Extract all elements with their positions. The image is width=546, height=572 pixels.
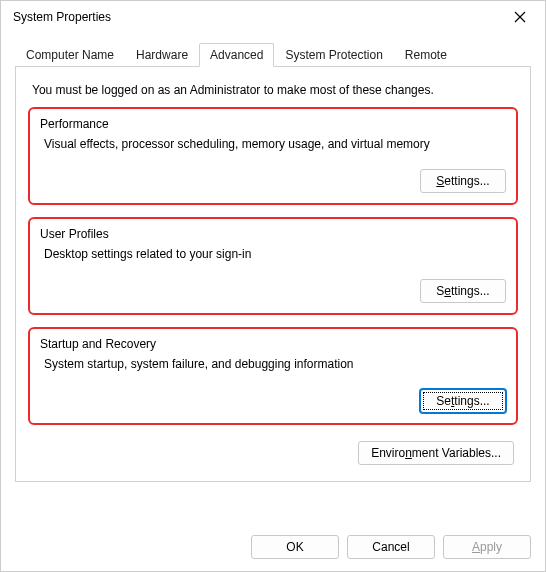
cancel-button[interactable]: Cancel [347, 535, 435, 559]
close-icon [514, 11, 526, 23]
dialog-footer: OK Cancel Apply [251, 535, 531, 559]
window-title: System Properties [13, 10, 111, 24]
tab-remote[interactable]: Remote [394, 43, 458, 66]
group-performance: Performance Visual effects, processor sc… [28, 107, 518, 205]
titlebar: System Properties [1, 1, 545, 33]
group-startup-title: Startup and Recovery [40, 337, 506, 351]
startup-settings-button[interactable]: Settings... [420, 389, 506, 413]
group-startup-recovery: Startup and Recovery System startup, sys… [28, 327, 518, 425]
tab-system-protection[interactable]: System Protection [274, 43, 393, 66]
environment-variables-row: Environment Variables... [28, 437, 518, 465]
tab-computer-name[interactable]: Computer Name [15, 43, 125, 66]
tab-strip: Computer Name Hardware Advanced System P… [15, 43, 531, 67]
dialog-content: Computer Name Hardware Advanced System P… [1, 33, 545, 482]
group-startup-actions: Settings... [40, 389, 506, 413]
group-user-profiles-actions: Settings... [40, 279, 506, 303]
environment-variables-button[interactable]: Environment Variables... [358, 441, 514, 465]
tab-hardware[interactable]: Hardware [125, 43, 199, 66]
group-user-profiles: User Profiles Desktop settings related t… [28, 217, 518, 315]
group-performance-title: Performance [40, 117, 506, 131]
group-user-profiles-desc: Desktop settings related to your sign-in [44, 247, 506, 261]
ok-button[interactable]: OK [251, 535, 339, 559]
intro-text: You must be logged on as an Administrato… [32, 83, 518, 97]
tab-body-advanced: You must be logged on as an Administrato… [15, 67, 531, 482]
apply-button[interactable]: Apply [443, 535, 531, 559]
performance-settings-button[interactable]: Settings... [420, 169, 506, 193]
group-user-profiles-title: User Profiles [40, 227, 506, 241]
tab-advanced[interactable]: Advanced [199, 43, 274, 67]
user-profiles-settings-button[interactable]: Settings... [420, 279, 506, 303]
group-startup-desc: System startup, system failure, and debu… [44, 357, 506, 371]
close-button[interactable] [505, 3, 535, 31]
group-performance-actions: Settings... [40, 169, 506, 193]
group-performance-desc: Visual effects, processor scheduling, me… [44, 137, 506, 151]
